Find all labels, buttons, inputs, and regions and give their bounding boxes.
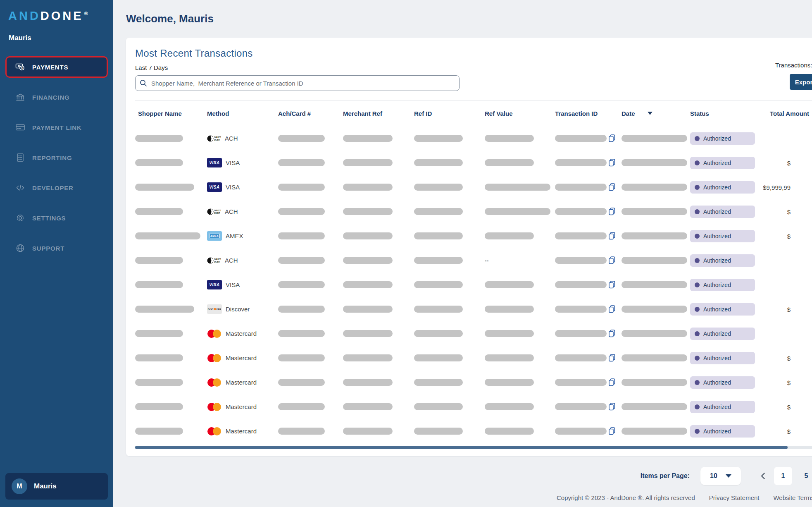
table-row[interactable]: MastercardAuthorized$ bbox=[135, 395, 812, 419]
ach-card-placeholder bbox=[278, 257, 325, 264]
shopper-name-placeholder bbox=[135, 306, 194, 313]
status-label: Authorized bbox=[703, 379, 731, 386]
ach-card-placeholder bbox=[278, 428, 325, 435]
column-header-date: Date bbox=[622, 110, 690, 117]
date-placeholder bbox=[622, 306, 687, 313]
shopper-name-placeholder bbox=[135, 379, 183, 386]
table-row[interactable]: DIRECTDEBITACH--Authorized bbox=[135, 248, 812, 273]
ref-id-placeholder bbox=[414, 135, 463, 142]
copy-icon[interactable] bbox=[609, 403, 615, 411]
copy-icon[interactable] bbox=[609, 134, 615, 142]
sidebar-item-label: PAYMENTS bbox=[32, 64, 68, 71]
copy-icon[interactable] bbox=[609, 330, 615, 337]
merchant-ref-placeholder bbox=[343, 354, 393, 361]
merchant-ref-placeholder bbox=[343, 428, 393, 435]
chevron-down-icon bbox=[726, 474, 731, 478]
method-label: AMEX bbox=[226, 232, 243, 239]
table-row[interactable]: MastercardAuthorized bbox=[135, 321, 812, 346]
ach-card-placeholder bbox=[278, 330, 325, 337]
status-dot bbox=[695, 160, 700, 165]
sidebar-item-financing[interactable]: FINANCING bbox=[5, 86, 108, 108]
svg-text:$: $ bbox=[21, 67, 23, 70]
total-amount: $ bbox=[787, 354, 791, 361]
table-row[interactable]: MastercardAuthorized$ bbox=[135, 419, 812, 443]
copy-icon[interactable] bbox=[609, 281, 615, 289]
page-1-button[interactable]: 1 bbox=[774, 467, 792, 485]
status-dot bbox=[695, 136, 700, 141]
report-icon bbox=[15, 153, 25, 163]
profile-chip[interactable]: M Mauris bbox=[5, 473, 108, 500]
ach-card-placeholder bbox=[278, 306, 325, 313]
table-row[interactable]: VISAVISAAuthorized$ bbox=[135, 151, 812, 175]
shopper-name-placeholder bbox=[135, 184, 194, 191]
code-icon bbox=[15, 183, 25, 193]
date-placeholder bbox=[622, 330, 687, 337]
table-row[interactable]: DIRECTDEBITACHAuthorized$ bbox=[135, 199, 812, 224]
page-size-select[interactable]: 10 bbox=[700, 467, 741, 485]
ref-id-placeholder bbox=[414, 428, 463, 435]
period-label: Last 7 Days bbox=[135, 64, 812, 71]
sidebar-item-developer[interactable]: DEVELOPER bbox=[5, 177, 108, 198]
copy-icon[interactable] bbox=[609, 232, 615, 240]
app-root: ANDDONE® Mauris $ PAYMENTS FINANCING PAY bbox=[0, 0, 812, 507]
ref-value-placeholder bbox=[485, 354, 534, 361]
shopper-name-placeholder bbox=[135, 403, 183, 410]
terms-link[interactable]: Website Terms of Service bbox=[773, 494, 812, 501]
copy-icon[interactable] bbox=[609, 183, 615, 191]
sidebar-item-support[interactable]: SUPPORT bbox=[5, 237, 108, 259]
sidebar-item-label: SUPPORT bbox=[32, 245, 64, 252]
method-label: VISA bbox=[226, 159, 240, 166]
horizontal-scrollbar[interactable] bbox=[135, 446, 812, 449]
sidebar-item-payments[interactable]: $ PAYMENTS bbox=[5, 56, 108, 78]
credit-card-icon bbox=[15, 122, 25, 132]
merchant-ref-placeholder bbox=[343, 135, 393, 142]
sidebar-item-payment-link[interactable]: PAYMENT LINK bbox=[5, 117, 108, 138]
export-button[interactable]: Export bbox=[790, 74, 812, 90]
search-icon bbox=[140, 79, 147, 87]
anddone-logo[interactable]: ANDDONE® bbox=[0, 0, 113, 23]
copy-icon[interactable] bbox=[609, 305, 615, 313]
privacy-link[interactable]: Privacy Statement bbox=[709, 494, 760, 501]
shopper-name-placeholder bbox=[135, 281, 183, 288]
total-amount: $ bbox=[787, 306, 791, 313]
sidebar-item-reporting[interactable]: REPORTING bbox=[5, 147, 108, 168]
sidebar-item-label: SETTINGS bbox=[32, 215, 66, 222]
copy-icon[interactable] bbox=[609, 159, 615, 167]
copy-icon[interactable] bbox=[609, 427, 615, 435]
scrollbar-thumb[interactable] bbox=[135, 446, 788, 449]
table-row[interactable]: AMEXAMEXAuthorized$ bbox=[135, 224, 812, 248]
sort-desc-icon[interactable] bbox=[648, 112, 652, 115]
transaction-id-placeholder bbox=[555, 159, 607, 166]
table-row[interactable]: DISCVERDiscoverAuthorized$ bbox=[135, 297, 812, 321]
gear-icon bbox=[15, 213, 25, 223]
merchant-ref-placeholder bbox=[343, 257, 393, 264]
ach-card-placeholder bbox=[278, 208, 325, 215]
table-row[interactable]: MastercardAuthorized$ bbox=[135, 346, 812, 370]
ach-direct-debit-icon: DIRECTDEBIT bbox=[207, 134, 221, 143]
sidebar-item-settings[interactable]: SETTINGS bbox=[5, 207, 108, 229]
ach-card-placeholder bbox=[278, 403, 325, 410]
merchant-ref-placeholder bbox=[343, 281, 393, 288]
table-row[interactable]: VISAVISAAuthorized$9,999,99 bbox=[135, 175, 812, 199]
status-label: Authorized bbox=[703, 208, 731, 215]
table-row[interactable]: VISAVISAAuthorized bbox=[135, 273, 812, 297]
table-row[interactable]: DIRECTDEBITACHAuthorized bbox=[135, 126, 812, 151]
copy-icon[interactable] bbox=[609, 378, 615, 386]
prev-page-button[interactable] bbox=[757, 470, 769, 482]
date-placeholder bbox=[622, 257, 687, 264]
copy-icon[interactable] bbox=[609, 208, 615, 215]
svg-text:DIRECT: DIRECT bbox=[214, 210, 221, 212]
merchant-ref-placeholder bbox=[343, 379, 393, 386]
export-label: Export bbox=[795, 79, 812, 86]
mastercard-icon bbox=[207, 378, 222, 387]
copy-icon[interactable] bbox=[609, 256, 615, 264]
svg-text:DIRECT: DIRECT bbox=[214, 258, 221, 261]
column-header-ref-id: Ref ID bbox=[414, 110, 485, 117]
profile-name: Mauris bbox=[34, 482, 57, 490]
table-row[interactable]: MastercardAuthorized$ bbox=[135, 370, 812, 395]
search-input[interactable] bbox=[150, 79, 459, 87]
page-5-button[interactable]: 5 bbox=[797, 467, 812, 485]
date-placeholder bbox=[622, 354, 687, 361]
copy-icon[interactable] bbox=[609, 354, 615, 362]
ref-id-placeholder bbox=[414, 159, 463, 166]
